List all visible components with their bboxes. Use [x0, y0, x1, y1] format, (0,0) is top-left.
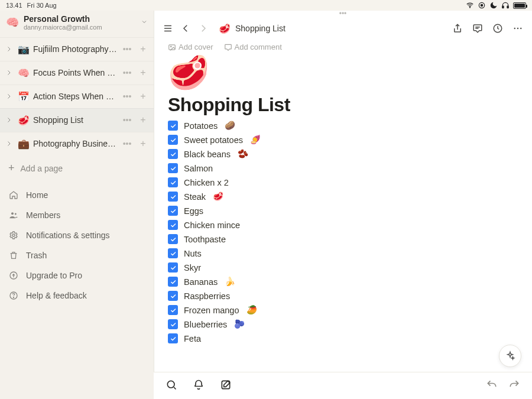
- add-cover-button[interactable]: Add cover: [168, 43, 213, 51]
- nav-trash[interactable]: Trash: [0, 245, 154, 265]
- checklist-item[interactable]: Skyr: [168, 262, 518, 273]
- workspace-switcher[interactable]: 🧠 Personal Growth danny.maiorca@gmail.co…: [0, 11, 154, 37]
- nav-members[interactable]: Members: [0, 205, 154, 225]
- dnd-icon: [489, 1, 498, 9]
- redo-button[interactable]: [508, 379, 520, 393]
- comments-button[interactable]: [472, 22, 484, 34]
- checkbox-checked[interactable]: [168, 192, 178, 202]
- checklist-item[interactable]: Feta: [168, 333, 518, 343]
- hamburger-icon[interactable]: [162, 22, 174, 34]
- checkbox-checked[interactable]: [168, 333, 178, 343]
- page-item-add[interactable]: +: [137, 115, 149, 125]
- svg-point-0: [469, 7, 470, 8]
- page-item-title: Shopping List: [33, 115, 117, 125]
- checkbox-checked[interactable]: [168, 206, 178, 216]
- page-icon[interactable]: 🥩: [168, 56, 518, 89]
- page-item-add[interactable]: +: [137, 138, 149, 149]
- upgrade-icon: [8, 270, 19, 281]
- checkbox-checked[interactable]: [168, 121, 178, 131]
- item-emoji: 🫐: [234, 319, 245, 329]
- checklist-item[interactable]: Blueberries🫐: [168, 319, 518, 329]
- page-item-icon: 📅: [18, 90, 30, 102]
- page-item-add[interactable]: +: [137, 44, 149, 54]
- checklist-item[interactable]: Potatoes🥔: [168, 121, 518, 131]
- nav-settings[interactable]: Notifications & settings: [0, 225, 154, 245]
- checkbox-checked[interactable]: [168, 163, 178, 173]
- share-button[interactable]: [452, 22, 463, 34]
- chevron-right-icon[interactable]: [4, 93, 14, 100]
- page-item-icon: 🧠: [18, 67, 30, 79]
- nav-help[interactable]: Help & feedback: [0, 286, 154, 306]
- checkbox-checked[interactable]: [168, 135, 178, 145]
- checkbox-checked[interactable]: [168, 291, 178, 301]
- nav-members-label: Members: [26, 210, 60, 220]
- sidebar-page-item[interactable]: 🥩Shopping List•••+: [0, 108, 154, 132]
- chevron-right-icon[interactable]: [4, 116, 14, 124]
- nav-settings-label: Notifications & settings: [26, 231, 110, 240]
- checklist-item[interactable]: Black beans🫘: [168, 149, 518, 159]
- checklist-item[interactable]: Chicken mince: [168, 220, 518, 230]
- breadcrumb-title: Shopping List: [235, 24, 286, 33]
- forward-button[interactable]: [197, 22, 209, 34]
- page-item-add[interactable]: +: [137, 91, 149, 102]
- checklist-item[interactable]: Bananas🍌: [168, 277, 518, 287]
- checklist-item[interactable]: Sweet potatoes🍠: [168, 135, 518, 145]
- checkbox-checked[interactable]: [168, 248, 178, 258]
- more-button[interactable]: [512, 22, 524, 34]
- page-item-add[interactable]: +: [137, 67, 149, 78]
- back-button[interactable]: [180, 22, 192, 34]
- inbox-button[interactable]: [193, 379, 205, 393]
- sidebar: 🧠 Personal Growth danny.maiorca@gmail.co…: [0, 11, 154, 399]
- sidebar-page-item[interactable]: 🧠Focus Points When I'...•••+: [0, 61, 154, 85]
- nav-home[interactable]: Home: [0, 185, 154, 205]
- nav-upgrade[interactable]: Upgrade to Pro: [0, 265, 154, 286]
- checkbox-checked[interactable]: [168, 262, 178, 273]
- updates-button[interactable]: [492, 22, 504, 34]
- workspace-email: danny.maiorca@gmail.com: [24, 24, 136, 31]
- new-page-button[interactable]: [220, 379, 232, 393]
- checkbox-checked[interactable]: [168, 305, 178, 315]
- checkbox-checked[interactable]: [168, 319, 178, 329]
- comment-icon: [224, 43, 232, 51]
- svg-point-7: [12, 234, 15, 236]
- chevron-down-icon: [141, 18, 148, 27]
- ai-fab-button[interactable]: [499, 345, 521, 367]
- chevron-right-icon[interactable]: [4, 69, 14, 76]
- page-item-more[interactable]: •••: [121, 44, 134, 54]
- checklist-item[interactable]: Frozen mango🥭: [168, 305, 518, 315]
- checkbox-checked[interactable]: [168, 220, 178, 230]
- checklist-item[interactable]: Nuts: [168, 248, 518, 258]
- undo-button[interactable]: [486, 379, 498, 393]
- sidebar-page-item[interactable]: 💼Photography Busines...•••+: [0, 132, 154, 155]
- checklist-item-text: Blueberries: [184, 320, 227, 329]
- breadcrumb-icon: 🥩: [219, 23, 231, 34]
- page-item-more[interactable]: •••: [121, 139, 134, 148]
- search-button[interactable]: [166, 379, 177, 393]
- checkbox-checked[interactable]: [168, 234, 178, 244]
- checkbox-checked[interactable]: [168, 277, 178, 287]
- checklist-item[interactable]: Toothpaste: [168, 234, 518, 244]
- checklist-item[interactable]: Steak🥩: [168, 192, 518, 202]
- add-comment-button[interactable]: Add comment: [224, 43, 282, 51]
- page-title[interactable]: Shopping List: [154, 89, 532, 121]
- checkbox-checked[interactable]: [168, 149, 178, 159]
- svg-rect-3: [502, 6, 504, 8]
- workspace-icon: 🧠: [6, 16, 19, 29]
- sidebar-page-item[interactable]: 📷Fujfiilm Photography ...•••+: [0, 37, 154, 61]
- checkbox-checked[interactable]: [168, 177, 178, 187]
- page-item-more[interactable]: •••: [121, 92, 134, 101]
- page-item-more[interactable]: •••: [121, 115, 134, 125]
- chevron-right-icon[interactable]: [4, 140, 14, 147]
- drag-handle-icon[interactable]: •••: [154, 11, 532, 17]
- checklist-item[interactable]: Chicken x 2: [168, 177, 518, 187]
- sidebar-page-item[interactable]: 📅Action Steps When B...•••+: [0, 85, 154, 108]
- chevron-right-icon[interactable]: [4, 46, 14, 53]
- topbar: 🥩 Shopping List: [154, 17, 532, 40]
- checklist-item[interactable]: Salmon: [168, 163, 518, 173]
- page-item-more[interactable]: •••: [121, 68, 134, 77]
- add-page-button[interactable]: + Add a page: [0, 155, 154, 181]
- checklist-item[interactable]: Eggs: [168, 206, 518, 216]
- checklist-item[interactable]: Raspberries: [168, 291, 518, 301]
- breadcrumb[interactable]: 🥩 Shopping List: [219, 23, 286, 34]
- checklist-item-text: Chicken mince: [184, 220, 240, 230]
